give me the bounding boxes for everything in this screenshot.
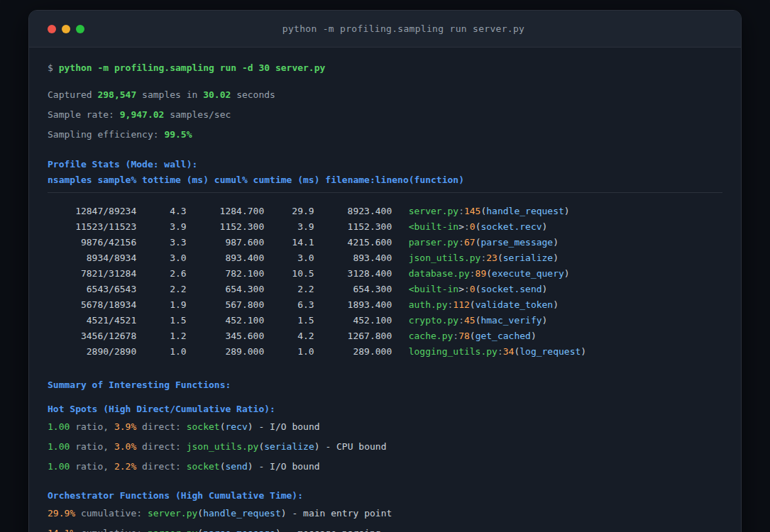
close-paren: ) bbox=[248, 421, 253, 432]
cumtime-cell: 1267.800 bbox=[314, 328, 392, 344]
sample-pct-cell: 1.2 bbox=[136, 328, 186, 344]
nsamples-cell: 3456/12678 bbox=[48, 328, 136, 344]
orchestrator-header: Orchestrator Functions (High Cumulative … bbox=[48, 488, 722, 504]
maximize-window-icon[interactable] bbox=[76, 25, 84, 33]
cumtime-cell: 654.300 bbox=[314, 282, 392, 297]
captured-label-2: samples in bbox=[136, 89, 203, 100]
close-paren: ) bbox=[581, 346, 586, 357]
cumulative-label: cumulative: bbox=[75, 508, 148, 519]
cumtime-cell: 3128.400 bbox=[314, 266, 392, 282]
function-name: handle_request bbox=[203, 508, 281, 519]
filename: json_utils.py bbox=[409, 253, 481, 263]
lineno: 89 bbox=[475, 268, 487, 279]
cumul-pct-cell: 1.5 bbox=[264, 313, 314, 328]
filename: database.py bbox=[409, 268, 470, 279]
sample-pct-cell: 3.0 bbox=[136, 250, 186, 266]
bound-note: - I/O bound bbox=[253, 421, 320, 432]
ratio-value: 1.00 bbox=[48, 441, 70, 452]
open-paren: ( bbox=[486, 268, 492, 279]
method-name: serialize bbox=[264, 441, 314, 452]
tottime-cell: 452.100 bbox=[187, 313, 265, 328]
nsamples-cell: 12847/89234 bbox=[48, 204, 136, 219]
colon: : bbox=[470, 268, 475, 279]
close-paren: ) bbox=[542, 284, 548, 294]
function-name: hmac_verify bbox=[480, 315, 541, 326]
cumul-pct-cell: 29.9 bbox=[264, 204, 314, 219]
nsamples-cell: 5678/18934 bbox=[48, 297, 136, 313]
method-name: recv bbox=[226, 421, 248, 432]
table-row: 2890/28901.0289.0001.0289.000logging_uti… bbox=[48, 344, 722, 360]
open-paren: ( bbox=[220, 461, 226, 472]
hot-spots-header: Hot Spots (High Direct/Cumulative Ratio)… bbox=[48, 401, 722, 417]
sample-pct-cell: 3.9 bbox=[136, 219, 186, 235]
colon: : bbox=[458, 315, 464, 326]
close-window-icon[interactable] bbox=[48, 25, 56, 33]
colon: : bbox=[497, 346, 503, 357]
table-row: 4521/45211.5452.1001.5452.100crypto.py:4… bbox=[48, 313, 722, 328]
function-name: log_request bbox=[519, 346, 581, 357]
function-name: parse_message bbox=[480, 237, 553, 248]
cumulative-pct: 29.9% bbox=[48, 508, 75, 519]
cumtime-cell: 1152.300 bbox=[314, 219, 392, 235]
title-bar: python -m profiling.sampling run server.… bbox=[29, 11, 741, 48]
filename: <built-in bbox=[409, 221, 458, 232]
table-row: 11523/115233.91152.3003.91152.300<built-… bbox=[48, 219, 722, 235]
table-row: 8934/89343.0893.4003.0893.400json_utils.… bbox=[48, 250, 722, 266]
close-paren: ) bbox=[248, 461, 253, 472]
entry-note: - main entry point bbox=[287, 508, 392, 519]
method-name: send bbox=[226, 461, 248, 472]
close-paren: ) bbox=[542, 315, 548, 326]
open-paren: ( bbox=[497, 253, 503, 263]
nsamples-cell: 11523/11523 bbox=[48, 219, 136, 235]
cumul-pct-cell: 3.0 bbox=[264, 250, 314, 266]
sample-pct-cell: 4.3 bbox=[136, 204, 186, 219]
ratio-value: 1.00 bbox=[48, 421, 70, 432]
tottime-cell: 567.800 bbox=[187, 297, 265, 313]
function-name: socket.recv bbox=[480, 221, 541, 232]
command-line: $ python -m profiling.sampling run -d 30… bbox=[48, 60, 722, 76]
lineno: 78 bbox=[458, 331, 470, 341]
ratio-label: ratio, bbox=[70, 421, 114, 432]
tottime-cell: 893.400 bbox=[187, 250, 265, 266]
nsamples-cell: 6543/6543 bbox=[48, 282, 136, 297]
open-paren: ( bbox=[470, 299, 475, 310]
close-paren: ) bbox=[553, 299, 559, 310]
lineno: 112 bbox=[453, 299, 469, 310]
function-name: execute_query bbox=[492, 268, 564, 279]
nsamples-cell: 9876/42156 bbox=[48, 235, 136, 250]
filename: auth.py bbox=[409, 299, 448, 310]
lineno: 23 bbox=[486, 253, 497, 263]
cumul-pct-cell: 6.3 bbox=[264, 297, 314, 313]
direct-pct: 2.2% bbox=[114, 461, 136, 472]
window-controls bbox=[48, 25, 84, 33]
close-paren: ) bbox=[564, 268, 570, 279]
profile-stats-header: Profile Stats (Mode: wall): bbox=[48, 157, 722, 172]
table-row: 7821/312842.6782.10010.53128.400database… bbox=[48, 266, 722, 282]
captured-label: Captured bbox=[48, 89, 97, 100]
colon: : bbox=[464, 284, 470, 294]
rate-label: Sample rate: bbox=[48, 109, 120, 120]
filename: parser.py bbox=[409, 237, 458, 248]
sample-rate-line: Sample rate: 9,947.02 samples/sec bbox=[48, 107, 722, 123]
cumtime-cell: 8923.400 bbox=[314, 204, 392, 219]
close-paren: ) bbox=[314, 441, 320, 452]
table-row: 12847/892344.31284.70029.98923.400server… bbox=[48, 204, 722, 219]
cumul-pct-cell: 4.2 bbox=[264, 328, 314, 344]
cumul-pct-cell: 1.0 bbox=[264, 344, 314, 360]
ratio-value: 1.00 bbox=[48, 461, 70, 472]
direct-label: direct: bbox=[136, 421, 186, 432]
duration-value: 30.02 bbox=[203, 89, 231, 100]
minimize-window-icon[interactable] bbox=[62, 25, 70, 33]
hot-spot-row: 1.00 ratio, 2.2% direct: socket(send) - … bbox=[48, 459, 722, 475]
colon: : bbox=[458, 237, 464, 248]
captured-line: Captured 298,547 samples in 30.02 second… bbox=[48, 87, 722, 103]
cumul-pct-cell: 2.2 bbox=[264, 282, 314, 297]
cumtime-cell: 4215.600 bbox=[314, 235, 392, 250]
hot-spot-row: 1.00 ratio, 3.0% direct: json_utils.py(s… bbox=[48, 439, 722, 455]
cumul-pct-cell: 14.1 bbox=[264, 235, 314, 250]
lineno: 67 bbox=[464, 237, 475, 248]
lineno: 0 bbox=[470, 284, 475, 294]
lineno: 34 bbox=[503, 346, 515, 357]
nsamples-cell: 2890/2890 bbox=[48, 344, 136, 360]
orchestrator-row: 14.1% cumulative: parser.py(parse_messag… bbox=[48, 526, 722, 532]
